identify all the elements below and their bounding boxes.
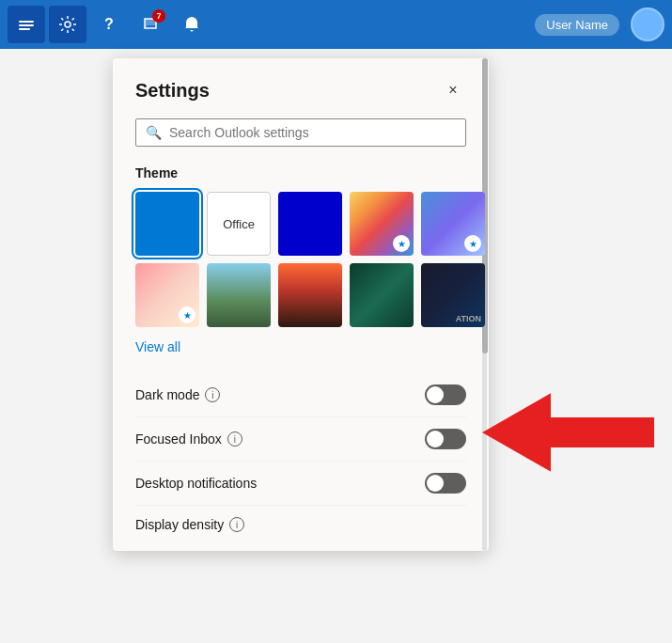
- compose-icon[interactable]: [8, 6, 45, 43]
- theme-section-label: Theme: [135, 165, 466, 180]
- theme-dark-blue[interactable]: [278, 192, 342, 256]
- svg-marker-4: [484, 395, 653, 470]
- display-density-info-icon[interactable]: i: [229, 517, 244, 532]
- avatar[interactable]: [631, 8, 664, 41]
- theme-circuit[interactable]: [350, 263, 414, 327]
- svg-point-3: [65, 22, 70, 27]
- dark-mode-toggle[interactable]: [425, 384, 466, 405]
- theme-abstract[interactable]: ★: [421, 192, 485, 256]
- svg-rect-2: [19, 21, 34, 23]
- dark-mode-label: Dark mode: [135, 387, 199, 402]
- bell-icon[interactable]: [173, 6, 211, 43]
- display-density-label-group: Display density i: [135, 517, 244, 532]
- theme-rainbow[interactable]: ★: [350, 192, 414, 256]
- red-arrow-annotation: [475, 385, 663, 508]
- sidebar: [0, 49, 45, 643]
- display-density-row: Display density i: [135, 506, 466, 536]
- dark-mode-label-group: Dark mode i: [135, 387, 220, 402]
- star-badge: ★: [393, 235, 410, 252]
- desktop-notifications-knob: [427, 475, 444, 492]
- theme-landscape[interactable]: [207, 263, 271, 327]
- theme-sunset[interactable]: [278, 263, 342, 327]
- close-button[interactable]: ×: [440, 77, 466, 103]
- dark-mode-knob: [427, 386, 444, 403]
- star-badge: ★: [179, 306, 195, 323]
- desktop-notifications-label-group: Desktop notifications: [135, 476, 257, 491]
- dark-mode-row: Dark mode i: [135, 373, 466, 417]
- focused-inbox-knob: [427, 431, 444, 447]
- feedback-icon[interactable]: 7: [132, 6, 169, 43]
- theme-office[interactable]: Office: [207, 192, 271, 256]
- desktop-notifications-toggle[interactable]: [425, 473, 466, 494]
- theme-colorful[interactable]: ★: [135, 263, 199, 327]
- star-badge: ★: [464, 235, 481, 252]
- top-nav-bar: ? 7 User Name: [0, 0, 672, 49]
- dark-mode-info-icon[interactable]: i: [205, 387, 220, 402]
- settings-header: Settings ×: [135, 77, 466, 103]
- focused-inbox-label: Focused Inbox: [135, 431, 222, 447]
- focused-inbox-row: Focused Inbox i: [135, 417, 466, 462]
- svg-rect-1: [19, 24, 34, 26]
- settings-panel: Settings × 🔍 Theme Office ★ ★ ★: [113, 58, 489, 551]
- theme-grid: Office ★ ★ ★ ATION: [135, 192, 466, 327]
- search-icon: 🔍: [146, 125, 162, 140]
- search-input[interactable]: [169, 125, 456, 140]
- theme-blue[interactable]: [135, 192, 199, 256]
- user-name: User Name: [535, 14, 619, 36]
- desktop-notifications-label: Desktop notifications: [135, 476, 257, 491]
- desktop-notifications-row: Desktop notifications: [135, 462, 466, 506]
- display-density-label: Display density: [135, 517, 224, 532]
- theme-innovation[interactable]: ATION: [421, 263, 485, 327]
- settings-title: Settings: [135, 80, 210, 102]
- settings-icon[interactable]: [49, 6, 86, 43]
- focused-inbox-label-group: Focused Inbox i: [135, 431, 242, 447]
- help-icon[interactable]: ?: [90, 6, 128, 43]
- svg-rect-0: [19, 28, 30, 30]
- focused-inbox-toggle[interactable]: [425, 429, 466, 449]
- search-box: 🔍: [135, 118, 466, 147]
- view-all-link[interactable]: View all: [135, 339, 180, 354]
- focused-inbox-info-icon[interactable]: i: [227, 431, 242, 447]
